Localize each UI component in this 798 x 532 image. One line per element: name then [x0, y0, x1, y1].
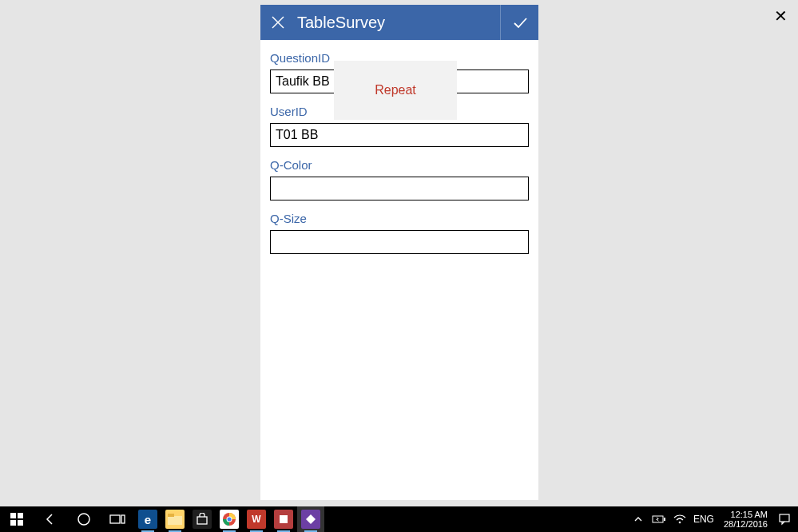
svg-rect-11	[197, 517, 207, 524]
svg-marker-19	[656, 517, 659, 522]
close-icon: ✕	[774, 6, 788, 26]
svg-rect-15	[280, 515, 288, 523]
tray-language-button[interactable]: ENG	[692, 506, 716, 532]
tooltip-text: Repeat	[375, 83, 416, 97]
form-title: TableSurvey	[296, 14, 500, 32]
clock-time: 12:15 AM	[731, 510, 768, 519]
back-button[interactable]	[34, 506, 67, 532]
cortana-icon	[77, 512, 91, 526]
windows-taskbar: e W	[0, 506, 798, 532]
window-close-button[interactable]: ✕	[771, 6, 790, 26]
form-cancel-button[interactable]	[260, 5, 296, 40]
svg-rect-18	[664, 518, 665, 521]
svg-point-20	[679, 522, 681, 524]
purple-app-icon	[301, 510, 320, 529]
label-qsize: Q-Size	[270, 212, 529, 225]
taskbar-app-chrome[interactable]	[216, 506, 243, 532]
edge-icon: e	[138, 510, 157, 529]
taskbar-app-access[interactable]	[270, 506, 297, 532]
taskbar-app-store[interactable]	[189, 506, 216, 532]
svg-point-6	[78, 514, 89, 525]
windows-icon	[10, 513, 23, 526]
label-qcolor: Q-Color	[270, 158, 529, 172]
svg-rect-2	[10, 513, 16, 518]
svg-marker-16	[306, 514, 316, 524]
store-icon	[193, 510, 212, 529]
svg-rect-21	[780, 514, 789, 522]
svg-rect-9	[168, 516, 182, 525]
svg-point-14	[228, 518, 232, 522]
taskbar-app-edge[interactable]: e	[134, 506, 161, 532]
powerapps-form-frame: TableSurvey QuestionID UserID Q-Color Q-…	[260, 5, 538, 500]
chevron-up-icon	[633, 514, 643, 524]
access-icon	[274, 510, 293, 529]
cortana-button[interactable]	[67, 506, 101, 532]
tray-action-center-button[interactable]	[776, 506, 793, 532]
clock-date: 28/12/2016	[724, 519, 768, 529]
form-header: TableSurvey	[260, 5, 538, 40]
action-center-icon	[778, 513, 791, 526]
taskbar-app-explorer[interactable]	[161, 506, 189, 532]
tray-chevron-button[interactable]	[629, 506, 647, 532]
task-view-button[interactable]	[101, 506, 134, 532]
start-button[interactable]	[0, 506, 34, 532]
chrome-icon	[220, 510, 239, 529]
validation-tooltip: Repeat	[334, 61, 457, 120]
svg-rect-4	[10, 520, 16, 526]
tray-network-button[interactable]	[671, 506, 689, 532]
arrow-left-icon	[43, 512, 58, 526]
form-submit-button[interactable]	[500, 5, 538, 40]
field-qcolor: Q-Color	[270, 158, 529, 200]
taskbar-app-red[interactable]: W	[243, 506, 270, 532]
svg-rect-7	[110, 515, 120, 523]
red-app-icon: W	[247, 510, 266, 529]
svg-rect-8	[121, 515, 125, 523]
svg-rect-3	[18, 513, 23, 518]
language-label: ENG	[693, 514, 714, 525]
tray-clock[interactable]: 12:15 AM 28/12/2016	[719, 510, 772, 529]
input-userid[interactable]	[270, 123, 529, 147]
system-tray: ENG 12:15 AM 28/12/2016	[629, 506, 798, 532]
form-body: QuestionID UserID Q-Color Q-Size Repeat	[260, 40, 538, 276]
tray-battery-button[interactable]	[650, 506, 668, 532]
battery-icon	[652, 514, 666, 524]
svg-rect-10	[168, 514, 174, 517]
check-icon	[511, 14, 529, 31]
wifi-icon	[673, 514, 686, 525]
file-explorer-icon	[165, 510, 185, 529]
task-view-icon	[109, 513, 125, 526]
taskbar-app-purple[interactable]	[297, 506, 324, 532]
x-icon	[270, 14, 286, 30]
input-qsize[interactable]	[270, 230, 529, 254]
input-qcolor[interactable]	[270, 177, 529, 200]
field-qsize: Q-Size	[270, 212, 529, 254]
svg-rect-5	[18, 520, 23, 526]
